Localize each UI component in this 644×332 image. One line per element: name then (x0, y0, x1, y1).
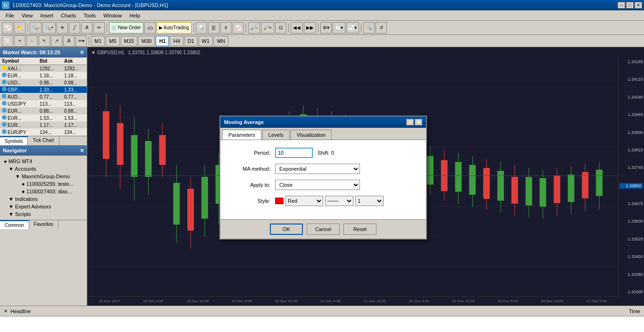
new-order-button[interactable]: 🛒 New Order (109, 22, 143, 33)
dialog-help-btn[interactable]: ? (406, 119, 414, 125)
market-watch-row[interactable]: GBP... 1.33... 1.33... (0, 86, 87, 93)
nav-item[interactable]: ▼ Scripts (2, 210, 85, 218)
dialog-title-buttons[interactable]: ? ✕ (406, 119, 422, 125)
nav-item[interactable]: ▼ Accounts (2, 165, 85, 173)
market-watch-row[interactable]: EUR... 1.17... 1.17... (0, 122, 87, 129)
arrow-btn[interactable]: ↗ (51, 35, 62, 47)
tab-symbols[interactable]: Symbols (0, 136, 28, 145)
period-d1[interactable]: D1 (184, 36, 198, 46)
zoom-in-button[interactable]: 🔍+ (42, 22, 56, 33)
robot-icon-button[interactable]: 🤖 (144, 22, 156, 33)
market-watch-row[interactable]: EUR... 1.53... 1.53... (0, 115, 87, 122)
text-button[interactable]: A (81, 22, 92, 33)
line-style-select[interactable]: ─── - - - · · · (325, 196, 353, 206)
scroll-left-btn[interactable]: ◀◀ (291, 22, 303, 33)
clock-btn[interactable]: 🕐▾ (333, 22, 345, 33)
period-w1[interactable]: W1 (199, 36, 213, 46)
symbol-icon (2, 108, 7, 113)
ma-method-select[interactable]: Simple Exponential Smoothed Linear Weigh… (275, 164, 360, 174)
market-watch-row[interactable]: AUD... 0.77... 0.77... (0, 93, 87, 100)
market-watch-row[interactable]: EUR... 0.88... 0.88... (0, 108, 87, 115)
period-mn[interactable]: MN (214, 36, 228, 46)
menu-charts[interactable]: Charts (57, 12, 80, 19)
zoom-plus[interactable]: 🔎+ (261, 22, 274, 33)
menu-insert[interactable]: Insert (36, 12, 57, 19)
market-watch-tabs: Symbols Tick Chart (0, 136, 87, 145)
nav-item[interactable]: ● MRG MT4 (2, 158, 85, 165)
market-watch-row[interactable]: EUR... 1.18... 1.18... (0, 72, 87, 79)
tab-parameters[interactable]: Parameters (222, 130, 261, 140)
maximize-button[interactable]: □ (626, 2, 634, 8)
market-watch-row[interactable]: USD... 0.98... 0.98... (0, 79, 87, 86)
indicator-btn[interactable]: 📉▾ (346, 22, 359, 33)
color-select[interactable]: Red Blue Green Yellow White (285, 196, 323, 206)
close-terminal-btn[interactable]: ✕ (4, 308, 8, 314)
market-watch-row[interactable]: USDJPY 113... 113... (0, 100, 87, 108)
market-watch-row[interactable]: EURJPY 134... 134... (0, 129, 87, 136)
nav-item[interactable]: ▼ Indicators (2, 195, 85, 203)
draw-tools-btn[interactable]: ⬜ (2, 35, 13, 47)
line-chart-btn[interactable]: 📈 (233, 22, 244, 33)
navigator-close[interactable]: ✕ (80, 148, 84, 154)
symbol-icon (2, 129, 7, 134)
search-btn[interactable]: 🔍 (363, 22, 375, 33)
pencil-btn[interactable]: ✏▾ (75, 35, 87, 47)
line-button[interactable]: ╱ (69, 22, 80, 33)
nav-item[interactable]: ▼ MaxrichGroup-Demo (2, 173, 85, 180)
dialog-close-btn[interactable]: ✕ (415, 119, 422, 125)
close-window-button[interactable]: ✕ (635, 2, 642, 8)
scroll-right-btn[interactable]: ▶▶ (304, 22, 316, 33)
svg-rect-78 (596, 170, 602, 196)
menu-file[interactable]: File (2, 12, 18, 19)
fit-btn[interactable]: ⊡ (275, 22, 286, 33)
color-preview (275, 198, 284, 204)
zoom-out-button[interactable]: 🔍- (30, 22, 42, 33)
plus-btn[interactable]: + (14, 35, 25, 47)
auto-trading-button[interactable]: ▶ AutoTrading (157, 22, 192, 33)
minus-btn[interactable]: - (26, 35, 38, 47)
menu-view[interactable]: View (18, 12, 37, 19)
tab-tick-chart[interactable]: Tick Chart (28, 136, 59, 145)
market-watch-table-container[interactable]: Symbol Bid Ask XAU... 1282... 1282... EU… (0, 58, 87, 136)
market-watch-row[interactable]: XAU... 1282... 1282... (0, 65, 87, 72)
title-bar-buttons[interactable]: ─ □ ✕ (618, 2, 642, 8)
menu-tools[interactable]: Tools (80, 12, 100, 19)
market-watch-close[interactable]: ✕ (80, 50, 84, 56)
zoom-minus[interactable]: 🔎- (248, 22, 260, 33)
bar-chart-btn[interactable]: ||| (208, 22, 219, 33)
symbol-icon (2, 122, 7, 127)
ok-button[interactable]: OK (270, 224, 303, 235)
chart-type-btn[interactable]: 📊 (196, 22, 207, 33)
period-input[interactable] (275, 148, 313, 158)
minimize-button[interactable]: ─ (618, 2, 625, 8)
period-m15[interactable]: M15 (121, 36, 137, 46)
tab-visualization[interactable]: Visualization (291, 130, 332, 140)
period-m1[interactable]: M1 (91, 36, 105, 46)
new-chart-button[interactable]: 📈 (2, 22, 13, 33)
draw-button[interactable]: ✏ (93, 22, 105, 33)
period-h1[interactable]: H1 (156, 36, 169, 46)
period-h4[interactable]: H4 (170, 36, 183, 46)
period-m30[interactable]: M30 (138, 36, 155, 46)
reset-button[interactable]: Reset (343, 224, 376, 235)
line-width-select[interactable]: 1 2 3 (355, 196, 384, 206)
cancel-button[interactable]: Cancel (307, 224, 340, 235)
crosshair-button[interactable]: ✛ (57, 22, 68, 33)
refresh-btn[interactable]: ↺ (376, 22, 387, 33)
tab-favorites[interactable]: Favorites (29, 220, 59, 229)
text2-btn[interactable]: A (63, 35, 75, 47)
sep3 (193, 23, 194, 33)
template-btn[interactable]: ⚙▾ (320, 22, 332, 33)
tab-levels[interactable]: Levels (262, 130, 290, 140)
cursor-btn[interactable]: ↖ (39, 35, 50, 47)
candle-btn[interactable]: 🕯 (220, 22, 232, 33)
menu-window[interactable]: Window (100, 12, 125, 19)
tab-common[interactable]: Common (0, 220, 29, 229)
open-button[interactable]: 📂 (14, 22, 25, 33)
menu-help[interactable]: Help (125, 12, 144, 19)
nav-item[interactable]: ▼ Expert Advisors (2, 203, 85, 210)
apply-to-select[interactable]: Close Open High Low Median Price Typical… (275, 180, 360, 190)
nav-item[interactable]: ● 1100027403: dias... (2, 188, 85, 195)
nav-item[interactable]: ● 1100025255: testo... (2, 180, 85, 188)
period-m5[interactable]: M5 (106, 36, 119, 46)
